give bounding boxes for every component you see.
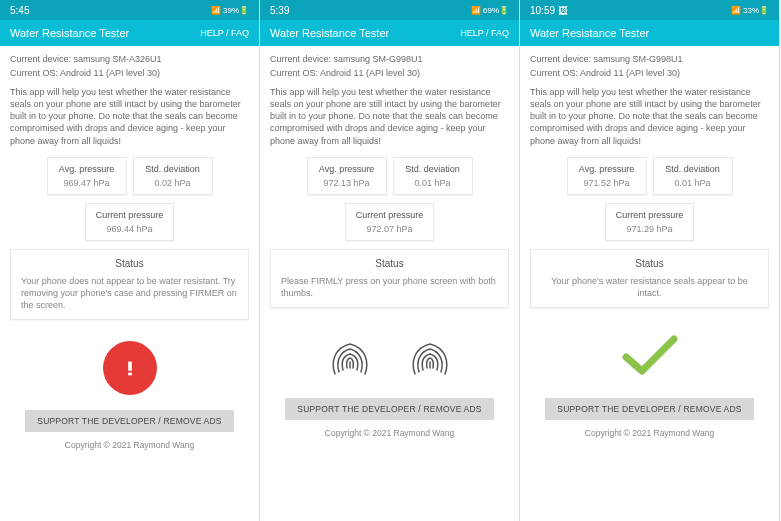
status-text: Your phone's water resistance seals appe… [541,275,758,299]
avg-pressure-label: Avg. pressure [58,164,116,174]
fingerprint-icon [405,326,455,386]
fingerprint-icon [325,326,375,386]
copyright: Copyright © 2021 Raymond Wang [10,440,249,450]
help-link[interactable]: HELP / FAQ [200,28,249,38]
current-pressure-value: 971.29 hPa [616,224,684,234]
android-status-bar: 5:45 📶 39%🔋 [0,0,259,20]
std-dev-value: 0.01 hPa [664,178,722,188]
std-dev-label: Std. deviation [144,164,202,174]
result-icon-area [530,326,769,386]
support-button[interactable]: SUPPORT THE DEVELOPER / REMOVE ADS [545,398,753,420]
status-card: Status Your phone does not appear to be … [10,249,249,320]
os-line: Current OS: Android 11 (API level 30) [530,68,769,78]
std-dev-card: Std. deviation 0.01 hPa [653,157,733,195]
content-area: Current device: samsung SM-G998U1 Curren… [260,46,519,521]
android-status-bar: 5:39 📶 69%🔋 [260,0,519,20]
avg-pressure-card: Avg. pressure 972.13 hPa [307,157,387,195]
std-dev-card: Std. deviation 0.01 hPa [393,157,473,195]
current-card-row: Current pressure 972.07 hPa [270,203,509,241]
svg-rect-1 [128,373,132,376]
status-text: Your phone does not appear to be water r… [21,275,238,311]
clock: 5:45 [10,5,29,16]
status-title: Status [281,258,498,269]
device-line: Current device: samsung SM-A326U1 [10,54,249,64]
copyright: Copyright © 2021 Raymond Wang [270,428,509,438]
status-text: Please FIRMLY press on your phone screen… [281,275,498,299]
avg-pressure-label: Avg. pressure [578,164,636,174]
clock: 10:59 🖼 [530,5,568,16]
app-title: Water Resistance Tester [530,27,649,39]
app-description: This app will help you test whether the … [10,86,249,147]
app-title: Water Resistance Tester [10,27,129,39]
device-line: Current device: samsung SM-G998U1 [270,54,509,64]
os-line: Current OS: Android 11 (API level 30) [270,68,509,78]
content-area: Current device: samsung SM-G998U1 Curren… [520,46,779,521]
std-dev-label: Std. deviation [404,164,462,174]
copyright: Copyright © 2021 Raymond Wang [530,428,769,438]
clock: 5:39 [270,5,289,16]
current-pressure-card: Current pressure 969.44 hPa [85,203,175,241]
current-card-row: Current pressure 971.29 hPa [530,203,769,241]
status-title: Status [21,258,238,269]
app-description: This app will help you test whether the … [530,86,769,147]
current-pressure-value: 969.44 hPa [96,224,164,234]
pressure-cards-row: Avg. pressure 972.13 hPa Std. deviation … [270,157,509,195]
support-button[interactable]: SUPPORT THE DEVELOPER / REMOVE ADS [285,398,493,420]
help-link[interactable]: HELP / FAQ [460,28,509,38]
current-pressure-card: Current pressure 972.07 hPa [345,203,435,241]
result-icon-area [270,326,509,386]
android-status-bar: 10:59 🖼 📶 33%🔋 [520,0,779,20]
current-pressure-value: 972.07 hPa [356,224,424,234]
support-button[interactable]: SUPPORT THE DEVELOPER / REMOVE ADS [25,410,233,432]
avg-pressure-label: Avg. pressure [318,164,376,174]
status-icons: 📶 33%🔋 [731,6,769,15]
phone-screen-2: 5:39 📶 69%🔋 Water Resistance Tester HELP… [260,0,520,521]
status-icons: 📶 39%🔋 [211,6,249,15]
app-bar: Water Resistance Tester HELP / FAQ [260,20,519,46]
current-pressure-card: Current pressure 971.29 hPa [605,203,695,241]
avg-pressure-value: 971.52 hPa [578,178,636,188]
status-icons: 📶 69%🔋 [471,6,509,15]
avg-pressure-value: 972.13 hPa [318,178,376,188]
current-card-row: Current pressure 969.44 hPa [10,203,249,241]
content-area: Current device: samsung SM-A326U1 Curren… [0,46,259,521]
app-description: This app will help you test whether the … [270,86,509,147]
pressure-cards-row: Avg. pressure 969.47 hPa Std. deviation … [10,157,249,195]
phone-screen-1: 5:45 📶 39%🔋 Water Resistance Tester HELP… [0,0,260,521]
avg-pressure-value: 969.47 hPa [58,178,116,188]
current-pressure-label: Current pressure [356,210,424,220]
std-dev-value: 0.01 hPa [404,178,462,188]
status-card: Status Please FIRMLY press on your phone… [270,249,509,308]
svg-rect-0 [128,362,132,371]
std-dev-value: 0.02 hPa [144,178,202,188]
app-bar: Water Resistance Tester [520,20,779,46]
std-dev-card: Std. deviation 0.02 hPa [133,157,213,195]
check-icon [618,331,682,381]
os-line: Current OS: Android 11 (API level 30) [10,68,249,78]
avg-pressure-card: Avg. pressure 971.52 hPa [567,157,647,195]
phone-screen-3: 10:59 🖼 📶 33%🔋 Water Resistance Tester C… [520,0,780,521]
result-icon-area [10,338,249,398]
status-title: Status [541,258,758,269]
device-line: Current device: samsung SM-G998U1 [530,54,769,64]
alert-icon [103,341,157,395]
app-bar: Water Resistance Tester HELP / FAQ [0,20,259,46]
current-pressure-label: Current pressure [616,210,684,220]
std-dev-label: Std. deviation [664,164,722,174]
avg-pressure-card: Avg. pressure 969.47 hPa [47,157,127,195]
pressure-cards-row: Avg. pressure 971.52 hPa Std. deviation … [530,157,769,195]
current-pressure-label: Current pressure [96,210,164,220]
app-title: Water Resistance Tester [270,27,389,39]
status-card: Status Your phone's water resistance sea… [530,249,769,308]
